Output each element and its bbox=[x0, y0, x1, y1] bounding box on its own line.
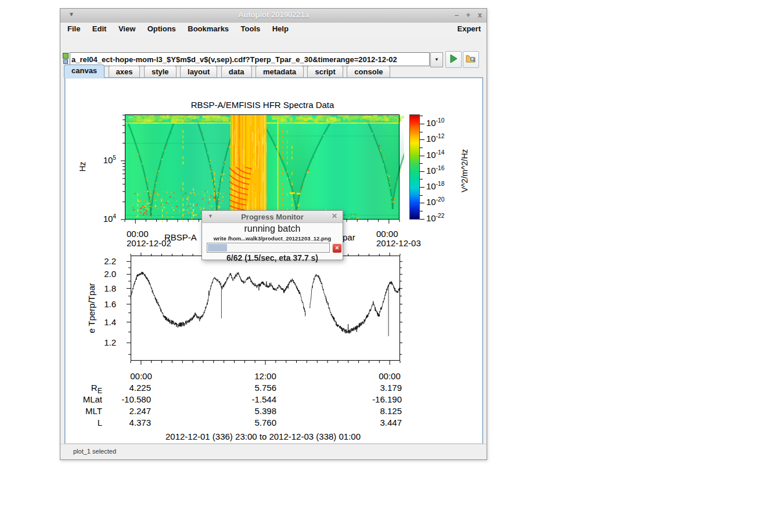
colorbar-major-tick bbox=[420, 139, 424, 140]
plot2-xtick-2: 00:00 bbox=[376, 371, 404, 381]
ephem-cell: 5.760 bbox=[224, 418, 276, 427]
colorbar-major-tick bbox=[420, 219, 424, 220]
ephem-cell: 2.247 bbox=[99, 406, 151, 416]
ephem-row-label: MLat bbox=[56, 394, 102, 404]
plot1-xtick-right-time: 00:00 bbox=[376, 229, 398, 239]
data-source-icon[interactable] bbox=[63, 53, 69, 59]
ephem-row-label: MLT bbox=[56, 406, 102, 416]
ephem-cell: -1.544 bbox=[224, 394, 276, 404]
plot1-y-tick: 105 bbox=[92, 154, 116, 165]
expert-label[interactable]: Expert bbox=[458, 24, 481, 33]
menu-bar: File Edit View Options Bookmarks Tools H… bbox=[60, 23, 487, 36]
timeseries-plot[interactable] bbox=[124, 252, 410, 366]
ephem-cell: 4.373 bbox=[99, 418, 151, 427]
colorbar-major-tick bbox=[420, 203, 424, 203]
plot2-title-fragment-right: par bbox=[343, 232, 355, 242]
dialog-title: Progress Monitor bbox=[202, 213, 343, 221]
plot2-xtick-0: 00:00 bbox=[127, 371, 155, 381]
plot1-xtick-right-date: 2012-12-03 bbox=[376, 238, 421, 248]
plot2-y-tick: 1.6 bbox=[92, 299, 116, 309]
colorbar-major-tick bbox=[420, 171, 424, 172]
tab-console[interactable]: console bbox=[347, 66, 390, 78]
tab-bar: canvas axes style layout data metadata s… bbox=[60, 64, 487, 77]
cancel-x-icon: ✕ bbox=[335, 245, 340, 251]
colorbar-major-tick bbox=[420, 187, 424, 188]
ephem-cell: 4.225 bbox=[99, 383, 151, 393]
chevron-down-icon: ▼ bbox=[434, 57, 439, 62]
ephem-cell: 3.447 bbox=[350, 418, 402, 427]
colorbar-tick-label: 10-18 bbox=[426, 181, 444, 191]
colorbar-minor-tick bbox=[420, 132, 423, 132]
progress-bar-fill bbox=[208, 244, 227, 251]
close-button[interactable]: x bbox=[478, 10, 482, 19]
status-bar: plot_1 selected bbox=[60, 444, 487, 459]
spectrogram-plot[interactable] bbox=[118, 114, 404, 225]
menu-tools[interactable]: Tools bbox=[236, 23, 265, 33]
ephem-cell: -10.580 bbox=[99, 394, 151, 404]
colorbar-tick-label: 10-20 bbox=[426, 196, 444, 207]
progress-monitor-dialog[interactable]: ▼ Progress Monitor ✕ running batch write… bbox=[201, 210, 343, 260]
ephem-cell: 8.125 bbox=[350, 406, 402, 416]
tab-script[interactable]: script bbox=[307, 66, 343, 78]
colorbar-minor-tick bbox=[420, 179, 423, 179]
ephem-cell: 3.179 bbox=[350, 383, 402, 393]
folder-search-icon bbox=[466, 54, 476, 63]
window-titlebar[interactable]: ▼ Autoplot 20190221a – + x bbox=[60, 9, 487, 23]
tab-data[interactable]: data bbox=[221, 66, 252, 78]
plot1-title: RBSP-A/EMFISIS HFR Spectra Data bbox=[125, 100, 400, 110]
dialog-close-icon[interactable]: ✕ bbox=[332, 212, 337, 220]
status-message: plot_1 selected bbox=[73, 448, 116, 455]
colorbar-minor-tick bbox=[420, 148, 423, 148]
tab-metadata[interactable]: metadata bbox=[255, 66, 304, 78]
colorbar-major-tick bbox=[420, 124, 424, 124]
ephem-row-label: L bbox=[56, 418, 102, 427]
layer-icon[interactable] bbox=[63, 59, 68, 64]
colorbar-tick-label: 10-14 bbox=[426, 149, 444, 160]
colorbar-axis-label: V^2/m^2/Hz bbox=[460, 136, 469, 206]
colorbar-tick-label: 10-10 bbox=[426, 117, 444, 128]
minimize-button[interactable]: – bbox=[455, 10, 459, 19]
colorbar-major-tick bbox=[420, 156, 424, 156]
colorbar-minor-tick bbox=[420, 195, 423, 196]
dialog-titlebar[interactable]: ▼ Progress Monitor ✕ bbox=[202, 211, 343, 223]
plot2-y-tick: 2.0 bbox=[92, 269, 116, 279]
dialog-task-label: running batch bbox=[202, 224, 343, 234]
plot2-xtick-1: 12:00 bbox=[251, 371, 279, 381]
colorbar-minor-tick bbox=[420, 116, 423, 116]
tab-style[interactable]: style bbox=[144, 66, 177, 78]
tab-canvas[interactable]: canvas bbox=[64, 64, 105, 78]
plot2-title-fragment-left: RBSP-A bbox=[164, 232, 201, 242]
menu-view[interactable]: View bbox=[114, 23, 140, 33]
plot1-y-axis-label: Hz bbox=[78, 155, 87, 178]
dialog-status-label: 6/62 (1.5/sec, eta 37.7 s) bbox=[202, 253, 343, 263]
dialog-detail-label: write /hom...walk3/product_20121203_12.p… bbox=[202, 235, 343, 242]
ephem-cell: 5.756 bbox=[224, 383, 276, 393]
menu-file[interactable]: File bbox=[63, 23, 85, 33]
tab-layout[interactable]: layout bbox=[180, 66, 217, 78]
colorbar-tick-label: 10-22 bbox=[426, 213, 444, 223]
plot2-y-tick: 2.2 bbox=[92, 256, 116, 266]
time-range-label: 2012-12-01 (336) 23:00 to 2012-12-03 (33… bbox=[118, 432, 408, 441]
cancel-button[interactable]: ✕ bbox=[332, 243, 342, 253]
ephem-row-label: RE bbox=[56, 383, 102, 395]
window-title: Autoplot 20190221a bbox=[60, 10, 487, 19]
play-icon bbox=[449, 54, 458, 63]
colorbar-tick-label: 10-12 bbox=[426, 133, 444, 143]
tab-axes[interactable]: axes bbox=[109, 66, 141, 78]
colorbar-minor-tick bbox=[420, 211, 423, 211]
menu-edit[interactable]: Edit bbox=[88, 23, 111, 33]
plot2-y-tick: 1.2 bbox=[92, 337, 116, 347]
colorbar[interactable] bbox=[409, 114, 420, 220]
ephem-cell: -16.190 bbox=[350, 394, 402, 404]
ephem-cell: 5.398 bbox=[224, 406, 276, 416]
menu-options[interactable]: Options bbox=[143, 23, 181, 33]
plot2-y-tick: 1.4 bbox=[92, 317, 116, 327]
colorbar-minor-tick bbox=[420, 163, 423, 164]
maximize-button[interactable]: + bbox=[466, 10, 471, 19]
menu-bookmarks[interactable]: Bookmarks bbox=[183, 23, 233, 33]
menu-help[interactable]: Help bbox=[268, 23, 293, 33]
progress-bar bbox=[207, 243, 330, 253]
colorbar-tick-label: 10-16 bbox=[426, 165, 444, 175]
plot1-y-tick: 104 bbox=[92, 213, 116, 224]
plot1-xtick-left-time: 00:00 bbox=[127, 229, 149, 239]
